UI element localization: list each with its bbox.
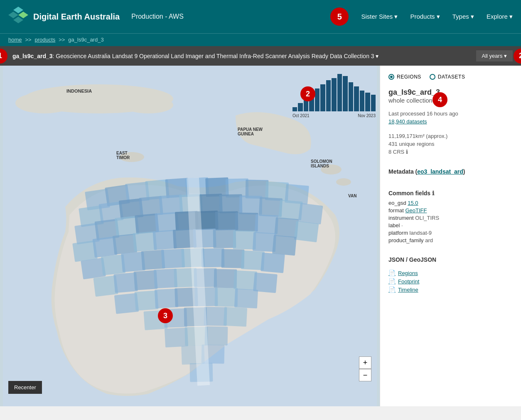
badge-2-title: 2 xyxy=(514,49,521,64)
common-fields-section: Common fields ℹ xyxy=(388,190,513,196)
field-eo-gsd: eo_gsd 15.0 xyxy=(388,200,513,206)
recenter-button[interactable]: Recenter xyxy=(8,381,42,394)
field-label: label · xyxy=(388,222,513,228)
unique-regions: 431 unique regions xyxy=(388,141,513,147)
sidebar: Regions Datasets ga_ls9c_ard_3 4 whole c… xyxy=(380,66,521,406)
hist-bar-2 xyxy=(298,103,302,111)
map-area[interactable]: INDONESIA EASTTIMOR PAPUA NEWGUINEA SOLO… xyxy=(0,66,380,406)
radio-regions-dot xyxy=(388,74,394,80)
site-header: Digital Earth Australia Production - AWS… xyxy=(0,0,521,33)
svg-rect-86 xyxy=(204,307,227,326)
svg-rect-54 xyxy=(233,231,256,250)
crs-value: 8 CRS xyxy=(388,149,404,155)
json-footprint-link[interactable]: 📄 Footprint xyxy=(388,278,513,285)
field-instrument-val: OLI_TIRS xyxy=(415,215,439,221)
site-title: Digital Earth Australia xyxy=(33,12,120,22)
svg-marker-3 xyxy=(13,17,23,23)
crs-info: 8 CRS ℹ xyxy=(388,149,513,155)
json-regions-link[interactable]: 📄 Regions xyxy=(388,270,513,276)
product-name-area: ga_ls9c_ard_3 4 xyxy=(388,88,440,97)
hist-bar-1 xyxy=(292,107,297,111)
collection-label: whole collection xyxy=(388,97,513,104)
svg-point-8 xyxy=(119,152,144,162)
hist-bar-7 xyxy=(326,80,331,111)
badge-3: 3 xyxy=(158,308,173,323)
metadata-section: Metadata (eo3_landsat_ard) xyxy=(388,168,513,175)
breadcrumb-home[interactable]: home xyxy=(8,37,22,43)
metadata-label: Metadata ( xyxy=(388,168,417,175)
sidebar-product-name: ga_ls9c_ard_3 xyxy=(388,88,440,97)
json-regions-label: Regions xyxy=(398,270,418,276)
svg-marker-0 xyxy=(13,7,23,13)
title-bar: 1 ga_ls9c_ard_3: Geoscience Australia La… xyxy=(0,46,521,66)
metadata-link[interactable]: eo3_landsat_ard xyxy=(417,168,463,175)
datasets-link[interactable]: 18,940 datasets xyxy=(388,118,427,125)
fields-list: eo_gsd 15.0 format GeoTIFF instrument OL… xyxy=(388,200,513,243)
area-suffix: (approx.) xyxy=(425,133,448,139)
area-value: 11,199,171km² xyxy=(388,133,425,139)
radio-regions-label: Regions xyxy=(397,74,421,80)
breadcrumb-current: ga_ls9c_ard_3 xyxy=(68,37,103,43)
field-platform: platform landsat-9 xyxy=(388,230,513,236)
svg-rect-56 xyxy=(272,235,297,256)
field-product-family: product_family ard xyxy=(388,237,513,243)
svg-rect-87 xyxy=(224,307,247,327)
svg-point-9 xyxy=(321,165,342,174)
product-id-title: ga_ls9c_ard_3 xyxy=(12,53,53,59)
radio-datasets[interactable]: Datasets xyxy=(430,74,465,80)
hist-bar-10 xyxy=(343,76,347,111)
all-years-button[interactable]: All years ▾ xyxy=(476,50,513,61)
nav-sister-sites[interactable]: Sister Sites ▾ xyxy=(361,13,398,20)
datasets-count: 18,940 datasets xyxy=(388,118,513,125)
zoom-out-button[interactable]: − xyxy=(359,369,371,381)
metadata-close: ) xyxy=(463,168,465,175)
radio-regions[interactable]: Regions xyxy=(388,74,421,80)
hist-bar-5 xyxy=(315,88,319,111)
product-desc-title: : Geoscience Australia Landsat 9 Operati… xyxy=(53,53,379,59)
hist-bar-6 xyxy=(320,84,325,111)
info-icon[interactable]: ℹ xyxy=(406,149,408,155)
field-instrument: instrument OLI_TIRS xyxy=(388,215,513,221)
svg-rect-28 xyxy=(199,194,223,213)
dea-logo xyxy=(8,7,28,27)
breadcrumb-bar: home >> products >> ga_ls9c_ard_3 xyxy=(0,33,521,46)
hist-bar-11 xyxy=(349,82,353,111)
timeline-file-icon: 📄 xyxy=(388,286,396,293)
field-format-link[interactable]: GeoTIFF xyxy=(405,207,427,214)
hist-bar-15 xyxy=(371,95,376,111)
svg-rect-45 xyxy=(294,221,319,242)
zoom-in-button[interactable]: + xyxy=(359,356,371,369)
common-fields-label: Common fields xyxy=(388,190,430,196)
hist-bar-9 xyxy=(337,74,342,111)
zoom-controls: + − xyxy=(359,356,371,381)
regions-file-icon: 📄 xyxy=(388,270,396,276)
breadcrumb-sep2: >> xyxy=(59,37,65,43)
svg-rect-29 xyxy=(219,194,243,214)
env-label: Production - AWS xyxy=(131,13,184,20)
common-fields-info-icon[interactable]: ℹ xyxy=(432,190,434,196)
svg-marker-1 xyxy=(8,12,18,18)
hist-date-start: Oct 2021 xyxy=(292,113,310,118)
nav-explore[interactable]: Explore ▾ xyxy=(487,13,513,20)
json-links: 📄 Regions 📄 Footprint 📄 Timeline xyxy=(388,270,513,293)
json-section-title: JSON / GeoJSON xyxy=(388,256,513,263)
nav-types[interactable]: Types ▾ xyxy=(452,13,474,20)
field-product-family-val: ard xyxy=(425,237,433,243)
view-mode-radio: Regions Datasets xyxy=(388,74,513,80)
svg-point-6 xyxy=(15,93,74,113)
svg-marker-2 xyxy=(18,12,28,18)
field-eo-gsd-link[interactable]: 15.0 xyxy=(408,200,418,206)
svg-rect-66 xyxy=(260,253,285,273)
nav-products[interactable]: Products ▾ xyxy=(410,13,440,20)
breadcrumb-products[interactable]: products xyxy=(35,37,56,43)
svg-rect-88 xyxy=(165,328,188,348)
area-info: 11,199,171km² (approx.) xyxy=(388,133,513,139)
json-timeline-link[interactable]: 📄 Timeline xyxy=(388,286,513,293)
svg-rect-33 xyxy=(298,203,323,224)
histogram-dates: Oct 2021 Nov 2023 xyxy=(292,113,376,118)
svg-rect-82 xyxy=(234,289,258,309)
radio-datasets-label: Datasets xyxy=(438,74,465,80)
radio-datasets-dot xyxy=(430,74,435,80)
svg-point-7 xyxy=(123,97,173,113)
field-platform-val: landsat-9 xyxy=(410,230,432,236)
